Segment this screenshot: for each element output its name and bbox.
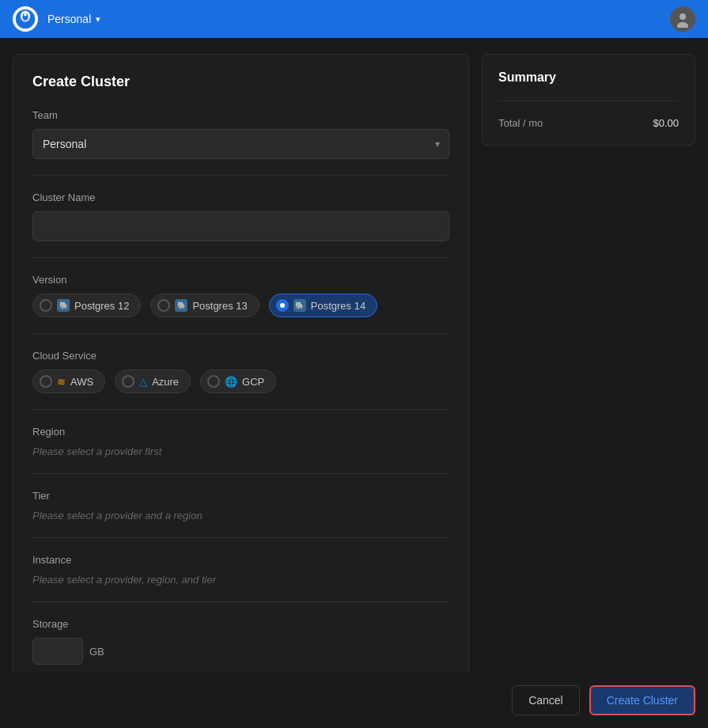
version-pg14-option[interactable]: 🐘 Postgres 14	[269, 294, 377, 317]
region-placeholder: Please select a provider first	[32, 446, 449, 457]
create-cluster-button[interactable]: Create Cluster	[589, 685, 695, 715]
pg12-icon: 🐘	[57, 299, 70, 312]
summary-title: Summary	[498, 70, 679, 85]
cloud-service-label: Cloud Service	[32, 350, 449, 362]
storage-unit-label: GB	[89, 646, 104, 658]
divider-7	[32, 601, 449, 602]
summary-total-value: $0.00	[653, 117, 679, 129]
summary-divider	[498, 100, 679, 101]
pg13-icon: 🐘	[175, 299, 187, 312]
version-pg12-label: Postgres 12	[74, 300, 129, 312]
region-field: Region Please select a provider first	[32, 426, 449, 457]
cloud-service-options: ≋ AWS △ Azure 🌐 GCP	[32, 370, 449, 393]
cloud-azure-option[interactable]: △ Azure	[115, 370, 191, 393]
cloud-gcp-option[interactable]: 🌐 GCP	[200, 370, 276, 393]
svg-point-3	[24, 13, 27, 17]
storage-input-row: 100 GB	[32, 638, 449, 665]
version-options: 🐘 Postgres 12 🐘 Postgres 13 🐘 Postgres	[32, 294, 449, 317]
tier-placeholder: Please select a provider and a region	[32, 510, 449, 521]
summary-panel: Summary Total / mo $0.00	[482, 54, 695, 146]
instance-field: Instance Please select a provider, regio…	[32, 554, 449, 586]
cluster-name-field: Cluster Name bulky-turkey-427	[32, 191, 449, 241]
user-avatar[interactable]	[670, 6, 695, 32]
create-cluster-panel: Create Cluster Team Personal ▾ Cluster N…	[13, 54, 469, 728]
cloud-service-field: Cloud Service ≋ AWS △ Azure	[32, 350, 449, 393]
version-field: Version 🐘 Postgres 12 🐘 Postgres 13	[32, 274, 449, 317]
app-logo	[13, 6, 38, 32]
summary-total-row: Total / mo $0.00	[498, 117, 679, 129]
team-select[interactable]: Personal	[32, 129, 449, 159]
gcp-icon: 🌐	[225, 376, 237, 388]
cloud-azure-radio-dot	[122, 375, 134, 388]
team-chevron-icon: ▾	[96, 14, 100, 25]
cluster-name-input[interactable]: bulky-turkey-427	[32, 211, 449, 241]
pg14-icon: 🐘	[293, 299, 306, 312]
top-navbar: Personal ▾	[0, 0, 708, 38]
version-label: Version	[32, 274, 449, 286]
instance-label: Instance	[32, 554, 449, 566]
version-pg12-radio-dot	[40, 299, 52, 312]
team-field: Team Personal ▾	[32, 109, 449, 159]
cluster-name-label: Cluster Name	[32, 191, 449, 203]
version-pg13-option[interactable]: 🐘 Postgres 13	[150, 294, 259, 317]
region-label: Region	[32, 426, 449, 438]
team-selector[interactable]: Personal ▾	[47, 13, 100, 25]
team-name: Personal	[47, 13, 91, 25]
divider-4	[32, 409, 449, 410]
divider-1	[32, 175, 449, 176]
tier-field: Tier Please select a provider and a regi…	[32, 490, 449, 521]
divider-5	[32, 473, 449, 474]
version-pg13-radio-dot	[157, 299, 170, 312]
team-label: Team	[32, 109, 449, 121]
version-pg14-radio-inner	[280, 303, 285, 308]
team-select-wrapper: Personal ▾	[32, 129, 449, 159]
tier-label: Tier	[32, 490, 449, 502]
divider-2	[32, 257, 449, 258]
version-pg14-radio-dot	[276, 299, 289, 312]
instance-placeholder: Please select a provider, region, and ti…	[32, 574, 449, 586]
cloud-gcp-radio-dot	[207, 375, 220, 388]
version-pg14-label: Postgres 14	[311, 300, 365, 312]
cloud-gcp-label: GCP	[242, 376, 264, 388]
page-title: Create Cluster	[32, 74, 449, 90]
version-pg12-option[interactable]: 🐘 Postgres 12	[32, 294, 141, 317]
cancel-button[interactable]: Cancel	[512, 685, 580, 715]
main-layout: Create Cluster Team Personal ▾ Cluster N…	[0, 38, 708, 728]
cloud-aws-option[interactable]: ≋ AWS	[32, 370, 105, 393]
version-pg13-label: Postgres 13	[192, 300, 247, 312]
cloud-aws-label: AWS	[70, 376, 93, 388]
aws-icon: ≋	[57, 376, 66, 388]
cloud-azure-label: Azure	[152, 376, 179, 388]
storage-label: Storage	[32, 618, 449, 630]
storage-value-input[interactable]: 100	[32, 638, 83, 665]
cloud-aws-radio-dot	[40, 375, 52, 388]
svg-point-5	[680, 13, 686, 20]
azure-icon: △	[139, 376, 147, 388]
summary-total-label: Total / mo	[498, 117, 543, 129]
divider-3	[32, 333, 449, 334]
bottom-actions-bar: Cancel Create Cluster	[0, 673, 708, 728]
divider-6	[32, 537, 449, 538]
